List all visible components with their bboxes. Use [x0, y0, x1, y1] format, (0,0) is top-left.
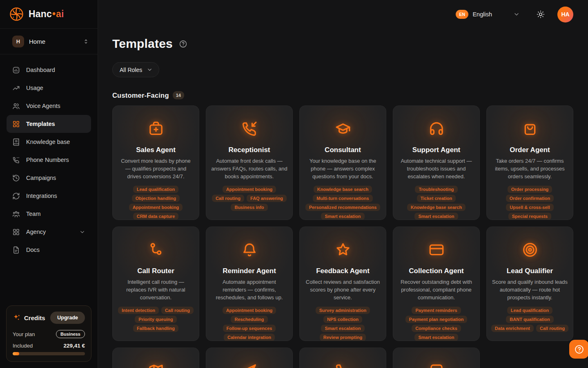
brand[interactable]: Hanc•ai	[0, 0, 98, 29]
chevron-down-icon	[513, 11, 520, 18]
sidebar-item-integrations[interactable]: Integrations	[7, 187, 91, 205]
tag-row: Upsell & cross-sell	[506, 204, 553, 211]
tag-row: Objection handling	[132, 195, 180, 202]
template-card[interactable]: Receptionist Automate front desk calls —…	[206, 105, 293, 220]
capability-tag: Troubleshooting	[415, 186, 457, 193]
tag-row: Data enrichmentCall routing	[491, 325, 568, 332]
template-capabilities: Knowledge base searchMulti-turn conversa…	[305, 186, 381, 220]
capability-tag: Call routing	[536, 325, 568, 332]
page-header: Templates	[112, 37, 573, 51]
tag-row: Smart escalation	[414, 334, 458, 341]
template-description: Automate front desk calls — answers FAQs…	[211, 157, 287, 180]
workspace-selector[interactable]: H Home	[0, 29, 98, 54]
tag-row: Appointment booking	[223, 186, 276, 193]
capability-tag: Survey administration	[316, 307, 370, 314]
tag-row: Payment plan negotiation	[405, 316, 468, 323]
chevrons-up-down-icon	[82, 38, 89, 45]
sidebar-item-team[interactable]: Team	[7, 205, 91, 223]
template-card[interactable]: Reminder Agent Automate appointment remi…	[206, 227, 293, 341]
template-capabilities: Order processingOrder confirmationUpsell…	[506, 186, 554, 220]
tag-row: Knowledge base search	[407, 204, 466, 211]
template-name: Collection Agent	[409, 267, 463, 275]
capability-tag: Payment plan negotiation	[405, 316, 468, 323]
capability-tag: Priority queuing	[135, 316, 176, 323]
capability-tag: Follow-up sequences	[223, 325, 276, 332]
tag-row: Call routingFAQ answering	[212, 195, 287, 202]
template-card[interactable]: Support Agent Automate technical support…	[393, 105, 480, 220]
template-card[interactable]: Order Agent Take orders 24/7 — confirms …	[486, 105, 573, 220]
template-card[interactable]: Consultant Your knowledge base on the ph…	[299, 105, 386, 220]
capability-tag: Payment reminders	[412, 307, 461, 314]
template-capabilities: TroubleshootingTicket creationKnowledge …	[407, 186, 466, 220]
sidebar-item-voice-agents[interactable]: Voice Agents	[7, 97, 91, 115]
roles-filter-dropdown[interactable]: All Roles	[112, 62, 159, 77]
sidebar-item-dashboard[interactable]: Dashboard	[7, 61, 91, 79]
template-description: Automate technical support — troubleshoo…	[398, 157, 474, 180]
template-name: Consultant	[325, 146, 361, 154]
tag-row: Troubleshooting	[415, 186, 457, 193]
sidebar-item-templates[interactable]: Templates	[7, 115, 91, 133]
title-help-icon[interactable]	[179, 40, 187, 48]
template-description: Convert more leads by phone — qualifies …	[118, 157, 194, 180]
tag-row: Intent detectionCall routing	[118, 307, 194, 314]
template-card[interactable]: Sales Agent Convert more leads by phone …	[112, 105, 199, 220]
template-card[interactable]: Call Router Intelligent call routing — r…	[112, 227, 199, 341]
capability-tag: Appointment booking	[223, 307, 276, 314]
shopping-bag-icon	[522, 121, 538, 137]
capability-tag: Call routing	[161, 307, 194, 314]
sidebar-item-agency[interactable]: Agency	[7, 223, 91, 241]
send-icon	[241, 363, 258, 368]
campaigns-icon	[12, 174, 20, 182]
template-card[interactable]: Lead Qualifier Score and qualify inbound…	[486, 227, 573, 341]
template-card[interactable]: Collection Agent Recover outstanding deb…	[393, 227, 480, 341]
topbar: EN English HA	[98, 0, 588, 29]
template-card[interactable]: Feedback Agent Collect reviews and satis…	[299, 227, 386, 341]
capability-tag: Intent detection	[118, 307, 159, 314]
credits-progress-fill	[13, 352, 19, 355]
language-selector[interactable]: EN English	[456, 10, 520, 19]
page-title: Templates	[112, 37, 173, 51]
user-avatar[interactable]: HA	[557, 7, 573, 22]
template-name: Support Agent	[412, 146, 460, 154]
chevron-down-icon	[79, 229, 85, 235]
capability-tag: Lead qualification	[507, 307, 553, 314]
tag-row: Smart escalation	[321, 213, 364, 220]
sidebar-item-usage[interactable]: Usage	[7, 79, 91, 97]
capability-tag: Business info	[231, 204, 267, 211]
included-row: Included 229,41 €	[13, 343, 85, 349]
capability-tag: Lead qualification	[133, 186, 179, 193]
tag-row: Lead qualification	[133, 186, 179, 193]
template-card-partial[interactable]	[112, 348, 199, 368]
sidebar-item-docs[interactable]: Docs	[7, 241, 91, 259]
template-description: Collect reviews and satisfaction scores …	[305, 278, 381, 301]
template-capabilities: Appointment bookingCall routingFAQ answe…	[212, 186, 287, 211]
upgrade-button[interactable]: Upgrade	[50, 312, 85, 324]
template-card-partial[interactable]	[299, 348, 386, 368]
language-label: English	[472, 11, 492, 18]
capability-tag: Rescheduling	[231, 316, 267, 323]
help-floating-button[interactable]	[569, 340, 588, 359]
template-card-partial[interactable]	[206, 348, 293, 368]
sidebar-item-label: Docs	[26, 247, 40, 253]
sidebar-item-label: Phone Numbers	[26, 157, 69, 163]
theme-toggle-sun-icon[interactable]	[536, 10, 545, 19]
brand-word-secondary: ai	[56, 9, 64, 19]
templates-grid: Sales Agent Convert more leads by phone …	[112, 105, 573, 368]
section-title: Customer-Facing	[112, 92, 169, 99]
sidebar-item-campaigns[interactable]: Campaigns	[7, 169, 91, 187]
capability-tag: Call routing	[212, 195, 244, 202]
sidebar: Hanc•ai H Home Dashboard Usage Voice Age…	[0, 0, 98, 368]
included-label: Included	[13, 343, 33, 349]
workspace-label: Home	[29, 38, 78, 45]
plan-badge: Business	[56, 330, 85, 338]
template-card-partial[interactable]	[393, 348, 480, 368]
capability-tag: Compliance checks	[412, 325, 461, 332]
sidebar-item-phone-numbers[interactable]: Phone Numbers	[7, 151, 91, 169]
sidebar-item-knowledge-base[interactable]: Knowledge base	[7, 133, 91, 151]
roles-filter-label: All Roles	[120, 67, 142, 73]
target-icon	[522, 242, 538, 258]
included-value: 229,41 €	[63, 343, 85, 349]
template-description: Automate appointment reminders — confirm…	[211, 278, 287, 301]
template-capabilities: Lead qualificationBANT qualificationData…	[491, 307, 568, 332]
phone-call-icon	[335, 363, 351, 368]
